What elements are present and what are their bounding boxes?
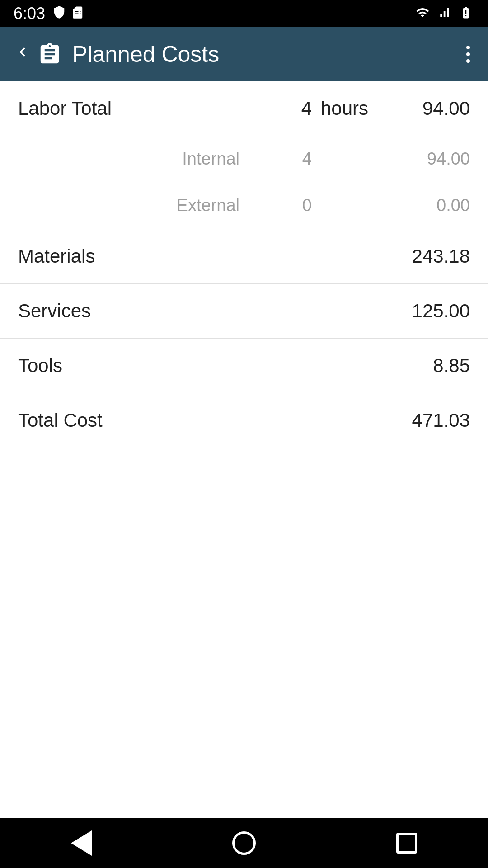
status-bar-left: 6:03 [14, 4, 84, 23]
signal-icon [437, 6, 451, 21]
services-row: Services 125.00 [0, 284, 488, 338]
tools-amount: 8.85 [389, 355, 470, 377]
labor-total-qty: 4 [276, 98, 312, 119]
internal-row: Internal 4 94.00 [0, 136, 488, 182]
clipboard-icon [36, 41, 63, 68]
total-cost-row: Total Cost 471.03 [0, 393, 488, 448]
nav-back-triangle-icon [71, 830, 92, 856]
content-area: Labor Total 4 hours 94.00 Internal 4 94.… [0, 81, 488, 818]
status-icons [52, 5, 84, 22]
external-amount: 0.00 [389, 196, 470, 215]
menu-dot-1 [466, 46, 470, 49]
services-amount: 125.00 [389, 300, 470, 322]
labor-total-unit: hours [321, 98, 380, 119]
nav-bar [0, 818, 488, 868]
materials-row: Materials 243.18 [0, 229, 488, 283]
nav-home-circle-icon [232, 831, 256, 855]
sim-icon [70, 5, 84, 22]
tools-label: Tools [18, 355, 389, 377]
app-bar-title: Planned Costs [72, 41, 462, 67]
services-label: Services [18, 300, 389, 322]
internal-amount: 94.00 [389, 149, 470, 169]
materials-amount: 243.18 [389, 245, 470, 267]
materials-section: Materials 243.18 [0, 229, 488, 284]
status-time: 6:03 [14, 4, 45, 23]
more-options-button[interactable] [462, 41, 474, 67]
internal-label: Internal [18, 149, 276, 169]
status-bar: 6:03 [0, 0, 488, 27]
services-section: Services 125.00 [0, 284, 488, 339]
external-qty: 0 [276, 196, 312, 215]
total-cost-section: Total Cost 471.03 [0, 393, 488, 448]
total-cost-amount: 471.03 [389, 410, 470, 431]
nav-back-button[interactable] [63, 825, 99, 861]
app-bar: Planned Costs [0, 27, 488, 81]
back-button[interactable] [14, 43, 32, 66]
battery-icon [457, 6, 474, 21]
shield-icon [52, 5, 66, 22]
menu-dot-3 [466, 59, 470, 63]
materials-label: Materials [18, 245, 389, 267]
wifi-icon [414, 6, 431, 21]
tools-row: Tools 8.85 [0, 339, 488, 393]
labor-total-section: Labor Total 4 hours 94.00 Internal 4 94.… [0, 81, 488, 229]
labor-total-label: Labor Total [18, 98, 276, 119]
external-row: External 0 0.00 [0, 182, 488, 229]
labor-total-row: Labor Total 4 hours 94.00 [0, 81, 488, 136]
tools-section: Tools 8.85 [0, 339, 488, 393]
internal-qty: 4 [276, 149, 312, 169]
nav-recents-square-icon [396, 833, 417, 854]
labor-total-amount: 94.00 [389, 98, 470, 119]
status-bar-right [414, 6, 474, 21]
menu-dot-2 [466, 52, 470, 56]
external-label: External [18, 196, 276, 215]
nav-recents-button[interactable] [389, 825, 425, 861]
nav-home-button[interactable] [226, 825, 262, 861]
total-cost-label: Total Cost [18, 410, 389, 431]
